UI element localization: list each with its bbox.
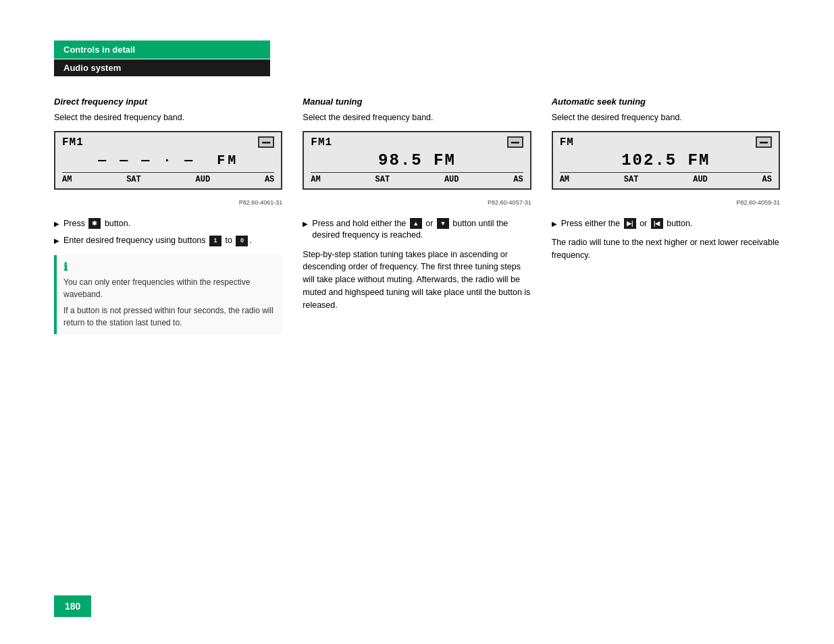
tape-icon-manual: ▬▬ <box>507 136 523 148</box>
bullet-seek-1: ▶ Press either the ▶| or |◀ button. <box>552 218 780 230</box>
step-para-seek: The radio will tune to the next higher o… <box>552 236 780 262</box>
fm-label-direct: FM1 <box>62 136 84 149</box>
step-para-manual: Step-by-step station tuning takes place … <box>303 248 531 312</box>
freq-display-seek: 102.5 FM <box>560 150 772 171</box>
part-num-direct: P82.60-4061-31 <box>54 199 282 206</box>
bullet-direct-1: ▶ Press ✱ button. <box>54 218 282 230</box>
section-title-manual: Manual tuning <box>303 97 531 107</box>
header-section: Controls in detail Audio system <box>54 41 780 76</box>
bullet-list-manual: ▶ Press and hold either the ▲ or ▼ butto… <box>303 218 531 242</box>
freq-display-manual: 98.5 FM <box>311 150 523 171</box>
down-button: ▼ <box>437 218 449 229</box>
arrow-seek-1: ▶ <box>552 219 557 229</box>
bwd-button: |◀ <box>651 218 663 229</box>
controls-header: Controls in detail <box>54 41 270 59</box>
bullet-list-seek: ▶ Press either the ▶| or |◀ button. <box>552 218 780 230</box>
arrow-manual-1: ▶ <box>303 219 308 229</box>
col-automatic-seek: Automatic seek tuning Select the desired… <box>552 97 780 334</box>
btn-1: 1 <box>209 236 221 246</box>
fm-label-manual: FM1 <box>311 136 332 149</box>
arrow-direct-2: ▶ <box>54 236 59 246</box>
col-direct-frequency: Direct frequency input Select the desire… <box>54 97 303 334</box>
info-para-1: You can only enter frequencies within th… <box>63 276 276 300</box>
bottom-row-direct: AM SAT AUD AS <box>62 172 274 184</box>
radio-display-direct: FM1 ▬▬ — — — · — FM AM SAT AUD AS <box>54 131 282 190</box>
section-title-direct: Direct frequency input <box>54 97 282 107</box>
part-num-seek: P82.60-4059-31 <box>552 199 780 206</box>
info-text: You can only enter frequencies within th… <box>63 276 276 329</box>
page-container: Controls in detail Audio system Direct f… <box>0 0 834 375</box>
columns: Direct frequency input Select the desire… <box>54 97 780 334</box>
part-num-manual: P82.60-4057-31 <box>303 199 531 206</box>
info-icon: ℹ <box>63 261 276 273</box>
section-title-seek: Automatic seek tuning <box>552 97 780 107</box>
bottom-row-seek: AM SAT AUD AS <box>560 172 772 184</box>
intro-seek: Select the desired frequency band. <box>552 112 780 124</box>
audio-system-header: Audio system <box>54 59 270 76</box>
radio-display-manual: FM1 ▬▬ 98.5 FM AM SAT AUD AS <box>303 131 531 190</box>
arrow-direct-1: ▶ <box>54 219 59 229</box>
bullet-manual-1: ▶ Press and hold either the ▲ or ▼ butto… <box>303 218 531 242</box>
fwd-button: ▶| <box>624 218 636 229</box>
fm-label-seek: FM <box>560 136 574 149</box>
radio-display-seek: FM ▬▬ 102.5 FM AM SAT AUD AS <box>552 131 780 190</box>
info-box-direct: ℹ You can only enter frequencies within … <box>54 255 282 334</box>
intro-direct: Select the desired frequency band. <box>54 112 282 124</box>
bullet-direct-2: ▶ Enter desired frequency using buttons … <box>54 235 282 247</box>
bullet-list-direct: ▶ Press ✱ button. ▶ Enter desired freque… <box>54 218 282 247</box>
bottom-row-manual: AM SAT AUD AS <box>311 172 523 184</box>
up-button: ▲ <box>410 218 422 229</box>
tape-icon-direct: ▬▬ <box>258 136 274 148</box>
intro-manual: Select the desired frequency band. <box>303 112 531 124</box>
page-number: 180 <box>54 595 91 617</box>
freq-display-direct: — — — · — FM <box>62 150 274 171</box>
btn-0: 0 <box>236 236 248 246</box>
col-manual-tuning: Manual tuning Select the desired frequen… <box>303 97 551 334</box>
tape-icon-seek: ▬▬ <box>756 136 772 148</box>
info-para-2: If a button is not pressed within four s… <box>63 304 276 329</box>
star-button: ✱ <box>88 218 101 229</box>
